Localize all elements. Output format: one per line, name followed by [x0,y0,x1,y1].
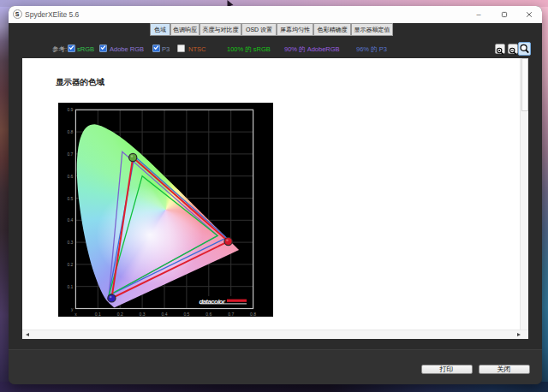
svg-text:0.5: 0.5 [68,196,74,201]
svg-text:0.1: 0.1 [95,312,101,317]
svg-text:0.9: 0.9 [68,107,74,112]
svg-text:x: x [75,312,78,317]
svg-text:0.1: 0.1 [68,284,74,289]
svg-text:0.5: 0.5 [184,312,190,317]
svg-text:0.8: 0.8 [68,129,74,134]
svg-text:0.6: 0.6 [68,174,74,179]
svg-text:0.2: 0.2 [68,262,74,267]
svg-text:0.8: 0.8 [251,312,257,317]
svg-text:0.6: 0.6 [206,312,212,317]
svg-text:0.7: 0.7 [68,151,74,157]
svg-text:0.3: 0.3 [140,312,146,317]
svg-text:y: y [71,306,74,312]
svg-text:0.2: 0.2 [117,312,123,317]
svg-text:0.3: 0.3 [68,240,74,245]
svg-text:0.7: 0.7 [229,312,235,317]
svg-text:0.4: 0.4 [68,217,74,223]
svg-text:0.4: 0.4 [162,312,168,317]
